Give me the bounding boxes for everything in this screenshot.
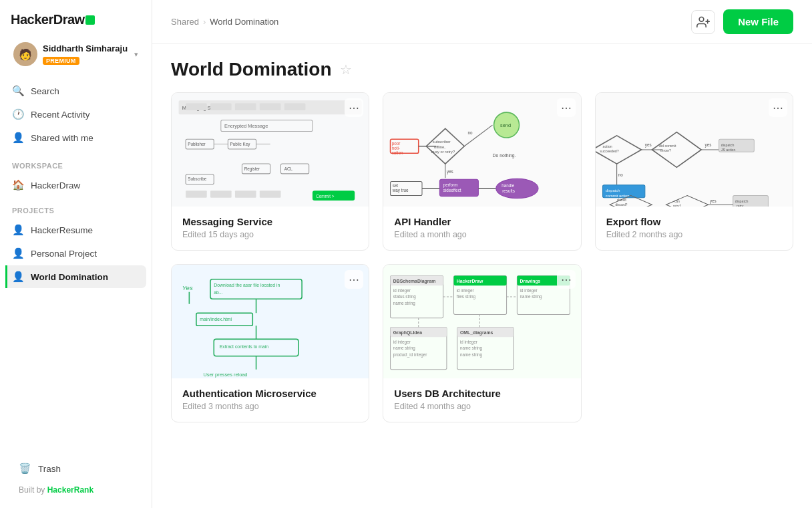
svg-text:id       integer: id integer xyxy=(520,288,538,293)
file-preview: action succeeded? yes did commit throw? … xyxy=(596,93,793,207)
projects-section-label: PROJECTS xyxy=(0,197,152,219)
file-menu-button[interactable]: ⋯ xyxy=(345,270,363,289)
person-icon: 👤 xyxy=(12,271,24,283)
breadcrumb-parent[interactable]: Shared xyxy=(171,17,199,27)
search-icon: 🔍 xyxy=(12,85,24,97)
page-header: World Domination ☆ xyxy=(152,44,812,92)
chevron-down-icon: ▾ xyxy=(134,50,138,59)
svg-text:send: send xyxy=(500,122,511,128)
person-icon: 👤 xyxy=(12,224,24,236)
svg-text:results: results xyxy=(503,188,516,193)
file-preview: DBSchemaDiagram id integer status string… xyxy=(383,265,580,378)
file-name: Users DB Architecture xyxy=(394,388,570,399)
sidebar-item-shared[interactable]: 👤 Shared with me xyxy=(5,126,146,149)
svg-text:Encrypted Message: Encrypted Message xyxy=(224,123,268,129)
star-icon[interactable]: ☆ xyxy=(340,61,352,78)
svg-text:perform: perform xyxy=(443,182,458,188)
file-menu-button[interactable]: ⋯ xyxy=(557,270,576,289)
sidebar-item-label: Shared with me xyxy=(31,133,93,143)
sidebar-item-world-domination[interactable]: 👤 World Domination xyxy=(5,265,146,288)
svg-rect-88 xyxy=(210,279,302,299)
svg-text:dispatch: dispatch xyxy=(735,199,749,203)
sidebar-item-hackerdraw[interactable]: 🏠 HackerDraw xyxy=(5,174,146,197)
breadcrumb: Shared › World Domination xyxy=(171,17,278,27)
svg-text:noti-: noti- xyxy=(392,146,400,150)
svg-text:cation: cation xyxy=(392,150,403,155)
svg-text:GraphQLIdea: GraphQLIdea xyxy=(393,330,423,336)
svg-text:DBSchemaDiagram: DBSchemaDiagram xyxy=(393,279,436,284)
breadcrumb-separator: › xyxy=(203,17,206,27)
svg-text:ACL: ACL xyxy=(284,166,293,171)
svg-text:Yes: Yes xyxy=(182,284,193,291)
svg-text:name     string: name string xyxy=(460,346,482,351)
workspace-section-label: WORKSPACE xyxy=(0,152,152,174)
top-bar: Shared › World Domination New File xyxy=(152,0,812,44)
svg-text:dispatch: dispatch xyxy=(721,143,734,147)
svg-text:Subscribe: Subscribe xyxy=(188,176,207,181)
sidebar-item-trash[interactable]: 🗑️ Trash xyxy=(12,457,140,480)
svg-text:subscriber: subscriber xyxy=(433,140,451,144)
svg-text:action: action xyxy=(602,144,612,148)
clock-icon: 🕐 xyxy=(12,108,24,120)
sidebar-item-personal[interactable]: 👤 Personal Project xyxy=(5,242,146,265)
svg-text:Download the asar file located: Download the asar file located in xyxy=(214,283,280,287)
user-section[interactable]: 🧑 Siddharth Simharaju PREMIUM ▾ xyxy=(5,37,146,72)
breadcrumb-current: World Domination xyxy=(210,17,278,27)
svg-text:sideeffect: sideeffect xyxy=(443,188,461,193)
file-preview: Yes Download the asar file located in ab… xyxy=(172,265,369,378)
svg-text:OML_diagrams: OML_diagrams xyxy=(460,330,493,336)
svg-text:Publisher: Publisher xyxy=(188,142,205,146)
svg-rect-6 xyxy=(210,103,232,110)
svg-rect-25 xyxy=(210,190,232,198)
svg-rect-24 xyxy=(186,190,207,198)
projects-list: 👤 HackerResume 👤 Personal Project 👤 Worl… xyxy=(0,219,152,289)
file-menu-button[interactable]: ⋯ xyxy=(557,98,576,117)
file-name: Messaging Service xyxy=(182,216,358,227)
file-card-auth[interactable]: Yes Download the asar file located in ab… xyxy=(171,264,369,422)
file-card-usersdb[interactable]: DBSchemaDiagram id integer status string… xyxy=(383,264,581,422)
built-by: Built by HackerRank xyxy=(12,480,140,500)
sidebar-item-search[interactable]: 🔍 Search xyxy=(5,80,146,102)
svg-rect-27 xyxy=(260,190,281,198)
svg-text:status   string: status string xyxy=(393,294,417,299)
file-name: API Handler xyxy=(394,216,570,227)
file-date: Edited 2 months ago xyxy=(606,230,782,239)
file-info: Authentication Microservice Edited 3 mon… xyxy=(172,378,369,422)
svg-line-39 xyxy=(465,125,493,146)
file-preview: poor noti- cation subscriber offline, bu… xyxy=(383,93,580,207)
svg-rect-5 xyxy=(186,103,207,110)
file-date: Edited 3 months ago xyxy=(182,402,358,411)
svg-text:commit action: commit action xyxy=(605,194,629,198)
sidebar-item-recent[interactable]: 🕐 Recent Activity xyxy=(5,103,146,126)
file-card-export[interactable]: action succeeded? yes did commit throw? … xyxy=(595,92,793,251)
file-menu-button[interactable]: ⋯ xyxy=(345,98,363,117)
file-card-messaging[interactable]: Messaging Service Encrypted Message Publ… xyxy=(171,92,369,251)
file-info: Export flow Edited 2 months ago xyxy=(596,207,793,250)
file-preview: Messaging Service Encrypted Message Publ… xyxy=(172,93,369,207)
svg-text:id       integer: id integer xyxy=(393,340,411,345)
file-info: API Handler Edited a month ago xyxy=(383,207,580,250)
svg-text:yes: yes xyxy=(710,199,717,204)
sidebar-item-label: HackerResume xyxy=(31,225,93,235)
invite-button[interactable] xyxy=(691,10,715,34)
svg-rect-9 xyxy=(284,103,306,110)
file-menu-button[interactable]: ⋯ xyxy=(769,98,787,117)
premium-badge: PREMIUM xyxy=(43,57,79,65)
svg-text:yes: yes xyxy=(644,142,651,148)
sidebar-item-label: HackerDraw xyxy=(31,180,80,190)
sidebar-item-label: Personal Project xyxy=(31,249,97,259)
trash-label: Trash xyxy=(38,464,61,474)
hackerrank-link[interactable]: HackerRank xyxy=(47,485,93,495)
svg-text:should: should xyxy=(616,199,626,202)
svg-point-0 xyxy=(699,17,704,21)
sidebar-item-hackerresume[interactable]: 👤 HackerResume xyxy=(5,219,146,241)
svg-rect-8 xyxy=(260,103,281,110)
svg-text:retry?: retry? xyxy=(673,205,681,207)
svg-text:main/index.html: main/index.html xyxy=(200,317,232,322)
file-name: Authentication Microservice xyxy=(182,388,358,399)
file-card-api[interactable]: poor noti- cation subscriber offline, bu… xyxy=(383,92,581,251)
new-file-button[interactable]: New File xyxy=(723,9,793,34)
svg-text:id       integer: id integer xyxy=(460,340,477,345)
svg-text:set: set xyxy=(393,183,399,188)
svg-text:name     string: name string xyxy=(520,294,542,299)
